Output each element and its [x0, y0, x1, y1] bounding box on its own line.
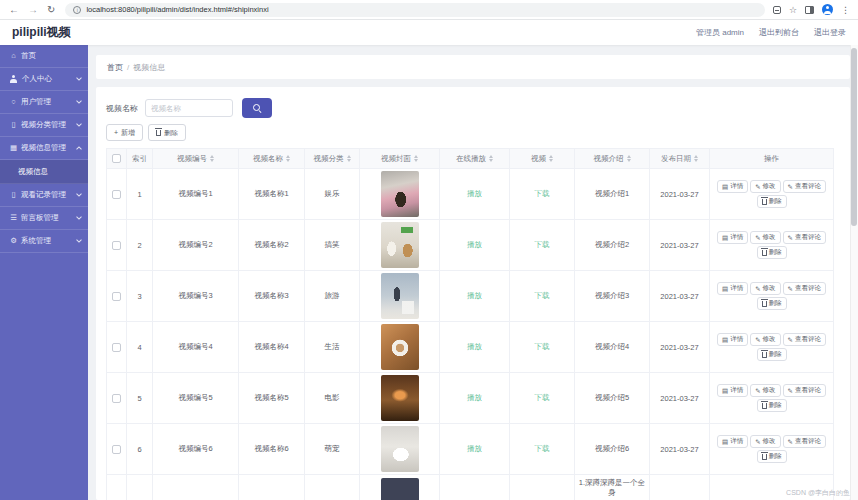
col-video-cover[interactable]: 视频封面	[360, 149, 440, 169]
cell-video-category: 萌宠	[305, 424, 360, 475]
sort-icon[interactable]	[489, 155, 493, 162]
view-comments-button[interactable]: ✎查看评论	[783, 384, 826, 397]
delete-button[interactable]: 删除	[757, 297, 787, 310]
row-checkbox[interactable]	[112, 445, 121, 454]
edit-button[interactable]: ✎修改	[750, 384, 780, 397]
sort-icon[interactable]	[286, 155, 290, 162]
sort-icon[interactable]	[549, 155, 553, 162]
view-comments-button[interactable]: ✎查看评论	[783, 180, 826, 193]
breadcrumb-home-link[interactable]: 首页	[107, 62, 123, 73]
sidebar-item-system-management[interactable]: ⚙ 系统管理	[0, 230, 88, 253]
view-comments-button[interactable]: ✎查看评论	[783, 231, 826, 244]
edit-button[interactable]: ✎修改	[750, 435, 780, 448]
detail-button[interactable]: ▤详情	[717, 333, 748, 346]
play-link[interactable]: 播放	[467, 393, 482, 402]
forward-icon[interactable]: →	[28, 5, 38, 15]
col-video-intro[interactable]: 视频介绍	[575, 149, 650, 169]
play-link[interactable]: 播放	[467, 240, 482, 249]
row-checkbox[interactable]	[112, 292, 121, 301]
edit-button[interactable]: ✎修改	[750, 180, 780, 193]
play-link[interactable]: 播放	[467, 189, 482, 198]
col-video-name[interactable]: 视频名称	[239, 149, 305, 169]
site-info-icon[interactable]: i	[73, 6, 81, 14]
sidebar-item-home[interactable]: ⌂ 首页	[0, 45, 88, 68]
play-link[interactable]: 播放	[467, 291, 482, 300]
col-video-category[interactable]: 视频分类	[305, 149, 360, 169]
csdn-watermark: CSDN @李白白的鱼	[786, 488, 850, 498]
admin-user-label[interactable]: 管理员 admin	[696, 27, 744, 38]
download-link[interactable]: 下载	[535, 444, 550, 453]
translate-icon[interactable]	[773, 6, 781, 14]
sidebar-item-label: 个人中心	[22, 74, 77, 84]
sort-icon[interactable]	[627, 155, 631, 162]
download-link[interactable]: 下载	[535, 291, 550, 300]
delete-selected-button[interactable]: 删除	[148, 124, 186, 141]
vertical-scrollbar[interactable]	[850, 45, 858, 500]
edit-button[interactable]: ✎修改	[750, 231, 780, 244]
sidebar-subitem-label: 视频信息	[18, 167, 48, 177]
back-icon[interactable]: ←	[9, 5, 19, 15]
sort-icon[interactable]	[694, 155, 698, 162]
sort-icon[interactable]	[347, 155, 351, 162]
bookmark-star-icon[interactable]: ☆	[789, 5, 797, 15]
select-all-checkbox[interactable]	[112, 154, 121, 163]
download-link[interactable]: 下载	[535, 393, 550, 402]
row-checkbox[interactable]	[112, 190, 121, 199]
search-input[interactable]	[145, 99, 233, 117]
sidebar-item-personal-center[interactable]: 个人中心	[0, 68, 88, 91]
circle-icon: ○	[9, 98, 18, 106]
download-link[interactable]: 下载	[535, 189, 550, 198]
sidebar-item-video-info-management[interactable]: ▦ 视频信息管理	[0, 137, 88, 160]
detail-button[interactable]: ▤详情	[717, 435, 748, 448]
view-comments-button[interactable]: ✎查看评论	[783, 333, 826, 346]
col-publish-date[interactable]: 发布日期	[650, 149, 710, 169]
address-bar[interactable]: i localhost:8080/pilipili/admin/dist/ind…	[65, 3, 765, 17]
menu-dots-icon[interactable]: ⋮	[841, 5, 850, 15]
cell-index: 2	[127, 220, 153, 271]
profile-avatar[interactable]	[822, 4, 833, 15]
detail-button[interactable]: ▤详情	[717, 384, 748, 397]
trash-icon	[762, 250, 767, 256]
delete-button[interactable]: 删除	[757, 246, 787, 259]
sort-icon[interactable]	[210, 155, 214, 162]
row-checkbox[interactable]	[112, 241, 121, 250]
edit-button[interactable]: ✎修改	[750, 282, 780, 295]
breadcrumb-current: 视频信息	[133, 62, 165, 73]
download-link[interactable]: 下载	[535, 342, 550, 351]
delete-button[interactable]: 删除	[757, 450, 787, 463]
view-comments-button[interactable]: ✎查看评论	[783, 435, 826, 448]
scrollbar-thumb[interactable]	[851, 48, 857, 226]
sidebar-item-watch-record-management[interactable]: ▯ 观看记录管理	[0, 184, 88, 207]
play-link[interactable]: 播放	[467, 444, 482, 453]
trash-icon	[762, 403, 767, 409]
col-video-code[interactable]: 视频编号	[153, 149, 239, 169]
detail-button[interactable]: ▤详情	[717, 231, 748, 244]
sidebar-subitem-video-info[interactable]: 视频信息	[0, 160, 88, 184]
exit-to-front-link[interactable]: 退出到前台	[759, 27, 799, 38]
download-link[interactable]: 下载	[535, 240, 550, 249]
detail-button[interactable]: ▤详情	[717, 180, 748, 193]
sidebar-item-user-management[interactable]: ○ 用户管理	[0, 91, 88, 114]
edit-button[interactable]: ✎修改	[750, 333, 780, 346]
sidebar-item-video-category-management[interactable]: ▯ 视频分类管理	[0, 114, 88, 137]
view-comments-button[interactable]: ✎查看评论	[783, 282, 826, 295]
side-panel-icon[interactable]	[805, 6, 814, 14]
col-video-file[interactable]: 视频	[510, 149, 575, 169]
app-header: pilipili视频 管理员 admin 退出到前台 退出登录	[0, 20, 858, 45]
pencil-icon: ✎	[755, 387, 760, 394]
sidebar-item-message-board-management[interactable]: ☰ 留言板管理	[0, 207, 88, 230]
row-checkbox[interactable]	[112, 343, 121, 352]
plus-icon: +	[114, 129, 118, 136]
col-online-play[interactable]: 在线播放	[440, 149, 510, 169]
sort-icon[interactable]	[414, 155, 418, 162]
add-button[interactable]: + 新增	[106, 124, 143, 141]
reload-icon[interactable]: ↻	[47, 5, 55, 15]
detail-button[interactable]: ▤详情	[717, 282, 748, 295]
row-checkbox[interactable]	[112, 394, 121, 403]
search-button[interactable]	[242, 98, 272, 118]
logout-link[interactable]: 退出登录	[814, 27, 846, 38]
delete-button[interactable]: 删除	[757, 348, 787, 361]
play-link[interactable]: 播放	[467, 342, 482, 351]
delete-button[interactable]: 删除	[757, 195, 787, 208]
delete-button[interactable]: 删除	[757, 399, 787, 412]
